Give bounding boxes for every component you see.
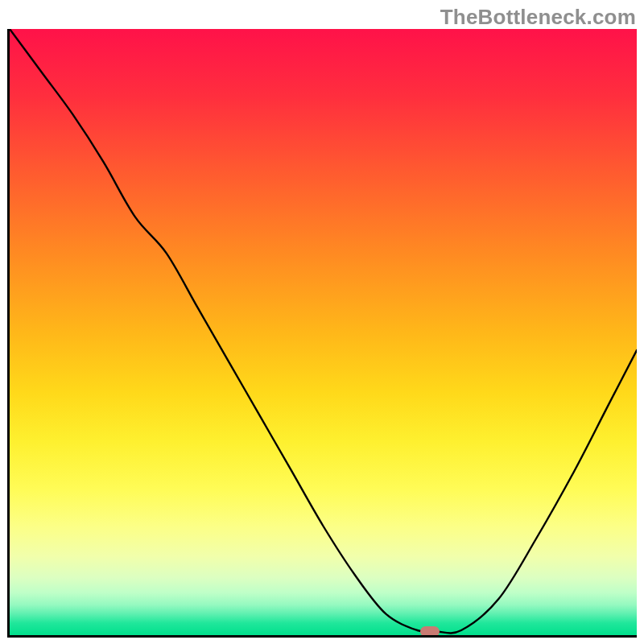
plot-area (7, 29, 637, 638)
bottleneck-curve (10, 29, 637, 633)
curve-layer (10, 29, 637, 635)
optimal-marker (420, 626, 440, 636)
source-watermark: TheBottleneck.com (440, 5, 636, 30)
chart-frame: TheBottleneck.com (0, 0, 644, 644)
